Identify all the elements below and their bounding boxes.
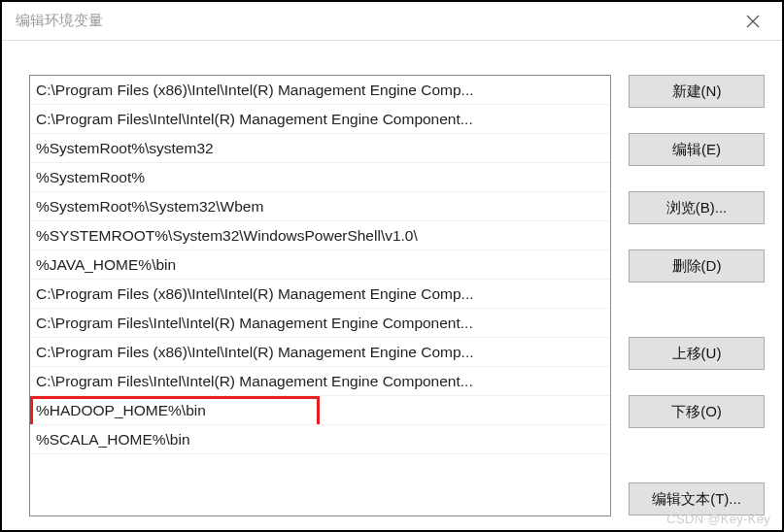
browse-button[interactable]: 浏览(B)... (629, 191, 765, 224)
list-item[interactable]: %SystemRoot%\System32\Wbem (30, 192, 610, 221)
list-item[interactable]: C:\Program Files\Intel\Intel(R) Manageme… (30, 367, 610, 396)
edit-text-button[interactable]: 编辑文本(T)... (629, 482, 765, 515)
list-item[interactable]: C:\Program Files (x86)\Intel\Intel(R) Ma… (30, 338, 610, 367)
move-down-button[interactable]: 下移(O) (629, 395, 765, 428)
list-item[interactable]: %SystemRoot%\system32 (30, 134, 610, 163)
dialog-content: C:\Program Files (x86)\Intel\Intel(R) Ma… (2, 41, 782, 516)
new-button[interactable]: 新建(N) (629, 75, 765, 108)
titlebar: 编辑环境变量 (2, 2, 782, 41)
close-icon (746, 15, 760, 28)
list-item[interactable]: %JAVA_HOME%\bin (30, 250, 610, 280)
move-up-button[interactable]: 上移(U) (629, 337, 765, 370)
list-item[interactable]: C:\Program Files\Intel\Intel(R) Manageme… (30, 309, 610, 338)
watermark: CSDN @Key-Key (666, 512, 770, 526)
list-item-highlighted[interactable]: %HADOOP_HOME%\bin (30, 396, 610, 425)
list-item[interactable]: %SystemRoot% (30, 163, 610, 192)
list-item[interactable]: C:\Program Files\Intel\Intel(R) Manageme… (30, 105, 610, 134)
edit-button[interactable]: 编辑(E) (629, 133, 765, 166)
button-column: 新建(N) 编辑(E) 浏览(B)... 删除(D) 上移(U) 下移(O) 编… (629, 75, 765, 516)
window-title: 编辑环境变量 (16, 12, 103, 30)
list-item[interactable]: C:\Program Files (x86)\Intel\Intel(R) Ma… (30, 76, 610, 105)
list-item[interactable]: %SCALA_HOME%\bin (30, 425, 610, 454)
list-item[interactable]: %SYSTEMROOT%\System32\WindowsPowerShell\… (30, 221, 610, 250)
close-button[interactable] (732, 6, 774, 37)
list-item[interactable]: C:\Program Files (x86)\Intel\Intel(R) Ma… (30, 280, 610, 309)
path-list[interactable]: C:\Program Files (x86)\Intel\Intel(R) Ma… (29, 75, 611, 516)
delete-button[interactable]: 删除(D) (629, 249, 765, 283)
